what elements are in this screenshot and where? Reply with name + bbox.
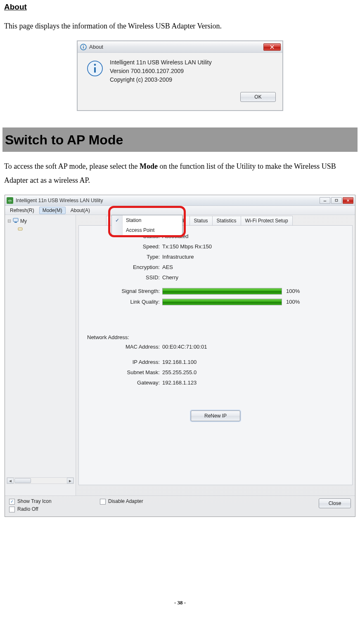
link-bar <box>162 299 282 305</box>
app-icon <box>7 197 13 204</box>
checkbox-unchecked-icon <box>9 507 15 512</box>
mode-ap-label: Access Point <box>123 227 154 233</box>
menubar: Refresh(R) Mode(M) About(A) <box>5 206 355 215</box>
mode-access-point[interactable]: Access Point <box>112 225 182 235</box>
scroll-left-icon[interactable]: ◄ <box>7 478 14 484</box>
about-line2: Version 700.1600.1207.2009 <box>110 67 276 75</box>
about-title: About <box>89 44 263 50</box>
mode-station[interactable]: ✓ Station <box>112 215 182 225</box>
renew-ip-button[interactable]: ReNew IP <box>191 410 240 421</box>
radio-off-checkbox[interactable]: Radio Off <box>9 506 100 512</box>
tree-root[interactable]: ⊟ My <box>7 217 74 225</box>
close-button[interactable]: Close <box>319 498 351 508</box>
link-bar-fill <box>163 299 282 305</box>
switch-p2-pre: To access the soft AP mode, please selec… <box>4 162 140 170</box>
show-tray-label: Show Tray Icon <box>17 498 52 504</box>
utility-footer: ✓Show Tray Icon Radio Off Disable Adapte… <box>5 495 355 517</box>
label-mac: MAC Address: <box>87 344 162 350</box>
value-speed: Tx:150 Mbps Rx:150 <box>162 243 212 250</box>
utility-title: Intelligent 11n USB Wireless LAN Utility <box>16 198 320 203</box>
info-icon <box>80 44 87 50</box>
tab-statistics[interactable]: Statistics <box>212 216 241 225</box>
value-subnet: 255.255.255.0 <box>162 369 197 375</box>
mode-station-label: Station <box>123 217 141 223</box>
radio-off-label: Radio Off <box>17 506 38 512</box>
info-large-icon <box>87 60 103 77</box>
tab-content: Status:Associated Speed:Tx:150 Mbps Rx:1… <box>78 225 353 485</box>
scroll-thumb[interactable] <box>14 478 31 483</box>
about-heading: About <box>4 2 356 12</box>
dd-gutter-blank <box>112 225 123 235</box>
tree-child[interactable] <box>7 225 74 234</box>
about-description: This page displays the information of th… <box>4 19 356 33</box>
label-type: Type: <box>87 254 162 260</box>
label-speed: Speed: <box>87 243 162 250</box>
label-encryption: Encryption: <box>87 264 162 270</box>
check-icon: ✓ <box>112 215 123 225</box>
svg-rect-10 <box>13 218 18 222</box>
svg-rect-1 <box>83 46 84 48</box>
mode-dropdown: ✓ Station Access Point <box>111 215 182 236</box>
switch-p2-bold: Mode <box>140 162 158 170</box>
tree-expander-icon[interactable]: ⊟ <box>7 218 11 224</box>
utility-body: ⊟ My ◄ ► <box>5 215 355 495</box>
sidebar: ⊟ My ◄ ► <box>5 215 76 495</box>
tab-wps[interactable]: Wi-Fi Protect Setup <box>241 216 293 225</box>
disable-adapter-checkbox[interactable]: Disable Adapter <box>100 498 143 505</box>
svg-rect-11 <box>14 222 17 223</box>
menu-refresh[interactable]: Refresh(R) <box>7 207 38 214</box>
label-subnet: Subnet Mask: <box>87 369 162 375</box>
about-text-block: Intelligent 11n USB Wireless LAN Utility… <box>110 59 276 104</box>
show-tray-checkbox[interactable]: ✓Show Tray Icon <box>9 498 100 505</box>
svg-rect-5 <box>94 67 96 73</box>
switch-description: To access the soft AP mode, please selec… <box>4 159 356 187</box>
computer-icon <box>13 217 19 224</box>
about-body: Intelligent 11n USB Wireless LAN Utility… <box>78 53 282 110</box>
tab-status[interactable]: Status <box>189 216 213 225</box>
switch-heading-bar: Switch to AP Mode <box>2 127 358 152</box>
utility-titlebar: Intelligent 11n USB Wireless LAN Utility <box>5 195 355 206</box>
menu-mode[interactable]: Mode(M) <box>39 207 66 214</box>
svg-point-7 <box>9 201 10 202</box>
about-titlebar: About <box>78 41 282 53</box>
value-mac: 00:E0:4C:71:00:01 <box>162 344 207 350</box>
scroll-right-icon[interactable]: ► <box>67 478 73 484</box>
about-ok-button[interactable]: OK <box>240 92 276 102</box>
switch-heading: Switch to AP Mode <box>5 132 355 148</box>
value-link-pct: 100% <box>286 299 300 305</box>
svg-point-6 <box>94 64 96 66</box>
signal-bar <box>162 288 282 295</box>
disable-adapter-label: Disable Adapter <box>108 498 143 504</box>
label-gateway: Gateway: <box>87 380 162 386</box>
value-gateway: 192.168.1.123 <box>162 380 197 386</box>
label-ip: IP Address: <box>87 359 162 365</box>
page-number: - 38 - <box>4 599 356 606</box>
svg-rect-2 <box>83 45 84 46</box>
maximize-button[interactable] <box>331 197 342 204</box>
about-close-button[interactable] <box>263 43 281 51</box>
value-ip: 192.168.1.100 <box>162 359 197 365</box>
utility-window: Intelligent 11n USB Wireless LAN Utility… <box>5 195 355 517</box>
sidebar-scrollbar[interactable]: ◄ ► <box>7 477 74 484</box>
svg-rect-9 <box>335 199 338 201</box>
about-line3: Copyright (c) 2003-2009 <box>110 76 276 84</box>
tree-root-label: My <box>20 218 27 224</box>
menu-about[interactable]: About(A) <box>67 207 93 214</box>
value-type: Infrastructure <box>162 254 194 260</box>
checkbox-checked-icon: ✓ <box>9 499 15 505</box>
svg-rect-12 <box>18 228 22 230</box>
label-signal: Signal Strength: <box>87 288 162 295</box>
signal-bar-fill <box>163 288 282 294</box>
label-network-address: Network Address: <box>87 334 344 340</box>
close-window-button[interactable] <box>343 197 353 204</box>
value-ssid: Cherry <box>162 274 178 281</box>
about-line1: Intelligent 11n USB Wireless LAN Utility <box>110 59 276 66</box>
minimize-button[interactable] <box>320 197 330 204</box>
chec羅box-unchecked-icon-2 <box>100 499 106 505</box>
main-panel: e Profile Available Network Status Stati… <box>76 215 355 495</box>
value-encryption: AES <box>162 264 173 270</box>
label-ssid: SSID: <box>87 274 162 281</box>
tab-gap <box>78 216 107 225</box>
svg-rect-8 <box>324 201 326 201</box>
value-signal-pct: 100% <box>286 288 300 295</box>
